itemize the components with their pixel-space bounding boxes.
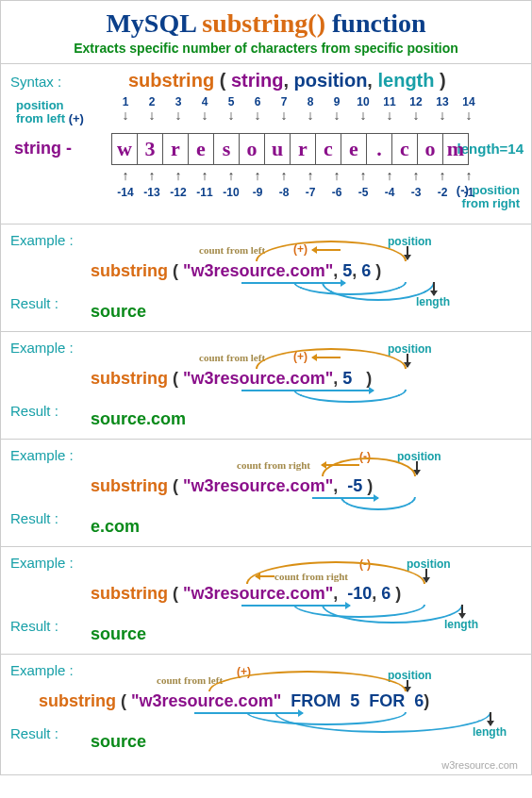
syntax-label: Syntax : [10, 74, 81, 90]
arc-icon [246, 561, 425, 584]
char-box: c [315, 133, 341, 165]
param-length: length [377, 70, 434, 91]
char-box: 3 [137, 133, 163, 165]
char-box: r [290, 133, 316, 165]
char-box: o [417, 133, 443, 165]
example-call: count from left (+) position substring (… [10, 341, 522, 407]
arc-icon [293, 390, 407, 403]
comma: , [283, 70, 293, 91]
arg-position: 5 [342, 369, 352, 388]
pos-num: 10 [350, 95, 376, 108]
example-call: count from left (+) position substring (… [10, 233, 522, 299]
neg-pos-num: -8 [271, 186, 297, 199]
page-subtitle: Extracts specific number of characters f… [10, 41, 522, 56]
arrow-down-icon: ↓ [350, 108, 376, 122]
arrow-up-icon: ↑ [297, 169, 324, 182]
pos-num: 11 [376, 95, 403, 108]
page-container: MySQL substring() function Extracts spec… [0, 0, 532, 775]
result-label: Result : [10, 295, 81, 311]
arg-position: 5 [350, 691, 359, 710]
count-direction: count from left [199, 352, 265, 363]
neg-pos-num: -4 [376, 186, 403, 199]
arrow-down-icon: ↓ [297, 108, 324, 122]
arrow-icon [407, 354, 408, 367]
pos-num: 14 [456, 95, 482, 108]
arc-icon [341, 497, 416, 510]
arg-length: 6 [381, 584, 391, 603]
arg-string: "w3resource.com" [183, 476, 333, 495]
char-box: r [162, 133, 189, 165]
title-suffix: function [325, 8, 426, 38]
result-label: Result : [10, 725, 81, 741]
fn-name: substring [91, 584, 168, 603]
neg-pos-num: -2 [429, 186, 456, 199]
arrow-down-icon: ↓ [165, 108, 191, 122]
arrow-up-icon: ↑ [218, 169, 244, 182]
arg-string: "w3resource.com" [183, 261, 333, 280]
arrow-up-icon: ↑ [350, 169, 376, 182]
char-box: w [111, 133, 138, 165]
divider [1, 224, 531, 224]
char-box: . [366, 133, 392, 165]
pos-num: 1 [112, 95, 139, 108]
position-annotation: position [407, 557, 451, 571]
paren-open: ( [220, 70, 231, 91]
paren: ( [173, 261, 183, 280]
char-box: o [239, 133, 265, 165]
char-box: e [188, 133, 214, 165]
pos-num: 5 [218, 95, 244, 108]
string-label: string - [14, 139, 72, 158]
arrow-up-icon: ↑ [191, 169, 218, 182]
syntax-row: Syntax : substring ( string, position, l… [10, 70, 522, 91]
arg-position: -5 [347, 476, 362, 495]
arrow-down-icon: ↓ [429, 108, 456, 122]
arg-position: -10 [347, 584, 372, 603]
paren: ( [173, 476, 183, 495]
fn-name: substring [91, 476, 168, 495]
count-direction: count from right [237, 459, 310, 471]
paren: ) [362, 476, 373, 495]
neg-pos-num: -12 [165, 186, 191, 199]
neg-pos-num: -11 [191, 186, 218, 199]
pos-num: 2 [139, 95, 165, 108]
pos-num: 4 [191, 95, 218, 108]
char-box: c [391, 133, 418, 165]
arrow-down-icon: ↓ [244, 108, 271, 122]
paren: ) [352, 369, 372, 388]
paren: ( [173, 369, 183, 388]
arrow-icon [416, 461, 418, 474]
fn-name: substring [91, 369, 168, 388]
comma: , [333, 369, 342, 388]
arrow-icon [407, 246, 408, 259]
title-function: substring() [202, 8, 325, 38]
arrow-icon [461, 605, 463, 618]
example-call: count from right (-) position substring … [10, 448, 522, 514]
pos-num: 3 [165, 95, 191, 108]
arrow-up-icon: ↑ [244, 169, 271, 182]
comma: , [367, 70, 377, 91]
arg-length: 6 [361, 261, 371, 280]
paren: ) [371, 261, 381, 280]
pos-num: 9 [324, 95, 350, 108]
arrow-down-icon: ↓ [403, 108, 429, 122]
pos-num: 12 [403, 95, 429, 108]
result-label: Result : [10, 510, 81, 526]
arrow-up-icon: ↑ [271, 169, 297, 182]
arrow-up-icon: ↑ [165, 169, 191, 182]
example-1: Example : count from left (+) position s… [10, 230, 522, 325]
arrow-icon [425, 569, 427, 582]
divider [1, 439, 531, 440]
example-5: Example : count from left (+) position s… [10, 660, 522, 756]
char-box: m [442, 133, 469, 165]
arg-length: 6 [414, 691, 424, 710]
count-direction: count from left [199, 244, 265, 256]
comma: , [352, 261, 361, 280]
param-string: string [231, 70, 284, 91]
fn-name: substring [91, 261, 168, 280]
arrow-down-icon: ↓ [324, 108, 350, 122]
neg-pos-num: -3 [403, 186, 429, 199]
position-annotation: position [388, 235, 432, 248]
arrow-up-icon: ↑ [139, 169, 165, 182]
comma: , [333, 584, 347, 603]
paren: ( [121, 691, 131, 710]
